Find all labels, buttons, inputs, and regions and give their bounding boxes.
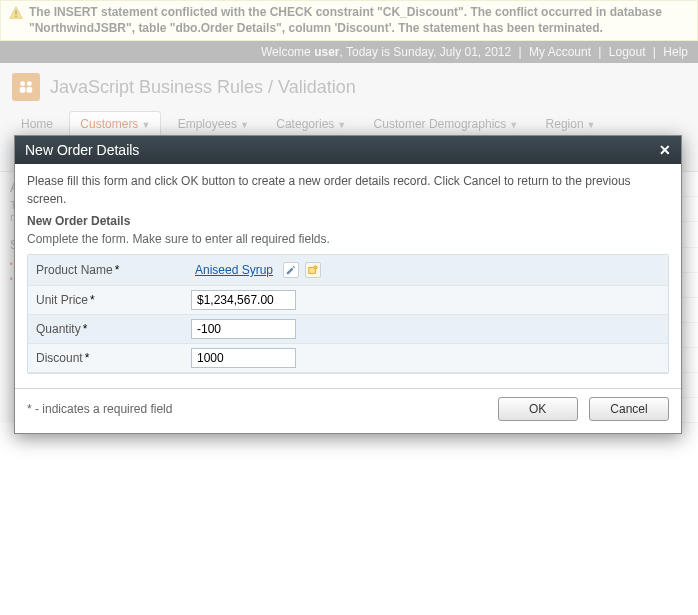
ok-button[interactable]: OK: [498, 397, 578, 421]
quantity-label: Quantity*: [36, 320, 191, 338]
discount-input[interactable]: [191, 348, 296, 368]
chevron-down-icon: ▼: [337, 120, 346, 130]
error-banner: The INSERT statement conflicted with the…: [0, 0, 698, 41]
discount-label: Discount*: [36, 349, 191, 367]
new-order-details-modal: New Order Details ✕ Please fill this for…: [14, 135, 682, 434]
modal-intro: Please fill this form and click OK butto…: [27, 172, 669, 208]
product-name-label: Product Name*: [36, 261, 191, 279]
svg-point-4: [27, 81, 32, 86]
svg-rect-2: [15, 16, 16, 17]
new-item-icon[interactable]: [305, 262, 321, 278]
modal-section-sub: Complete the form. Make sure to enter al…: [27, 230, 669, 248]
welcome-prefix: Welcome: [261, 45, 314, 59]
product-name-link[interactable]: Aniseed Syrup: [191, 259, 277, 281]
modal-section-title: New Order Details: [27, 212, 669, 230]
welcome-date: Sunday, July 01, 2012: [393, 45, 511, 59]
welcome-user: user: [314, 45, 339, 59]
edit-icon[interactable]: [283, 262, 299, 278]
modal-title: New Order Details: [25, 142, 139, 158]
unit-price-label: Unit Price*: [36, 291, 191, 309]
quantity-input[interactable]: [191, 319, 296, 339]
error-text: The INSERT statement conflicted with the…: [29, 5, 689, 36]
svg-point-3: [20, 81, 25, 86]
required-note: * - indicates a required field: [27, 402, 172, 416]
chevron-down-icon: ▼: [587, 120, 596, 130]
close-icon[interactable]: ✕: [659, 142, 671, 158]
my-account-link[interactable]: My Account: [529, 45, 591, 59]
unit-price-input[interactable]: [191, 290, 296, 310]
tab-region[interactable]: Region▼: [535, 111, 607, 137]
tab-employees[interactable]: Employees▼: [167, 111, 260, 137]
tab-home[interactable]: Home: [10, 111, 64, 137]
svg-point-8: [314, 266, 317, 269]
svg-rect-6: [27, 87, 33, 93]
svg-rect-1: [15, 10, 16, 14]
date-prefix: , Today is: [340, 45, 394, 59]
tab-categories[interactable]: Categories▼: [265, 111, 357, 137]
logout-link[interactable]: Logout: [609, 45, 646, 59]
warning-icon: [9, 6, 23, 20]
chevron-down-icon: ▼: [141, 120, 150, 130]
app-logo-icon: [12, 73, 40, 101]
tab-customer-demographics[interactable]: Customer Demographics▼: [363, 111, 530, 137]
modal-header: New Order Details ✕: [15, 136, 681, 164]
page-title: JavaScript Business Rules / Validation: [50, 77, 356, 98]
tab-customers[interactable]: Customers▼: [69, 111, 161, 137]
chevron-down-icon: ▼: [240, 120, 249, 130]
help-link[interactable]: Help: [663, 45, 688, 59]
svg-rect-5: [20, 87, 26, 93]
page-header: JavaScript Business Rules / Validation: [0, 63, 698, 107]
welcome-bar: Welcome user, Today is Sunday, July 01, …: [0, 41, 698, 63]
order-details-form: Product Name* Aniseed Syrup Unit Price* …: [27, 254, 669, 374]
cancel-button[interactable]: Cancel: [589, 397, 669, 421]
chevron-down-icon: ▼: [509, 120, 518, 130]
